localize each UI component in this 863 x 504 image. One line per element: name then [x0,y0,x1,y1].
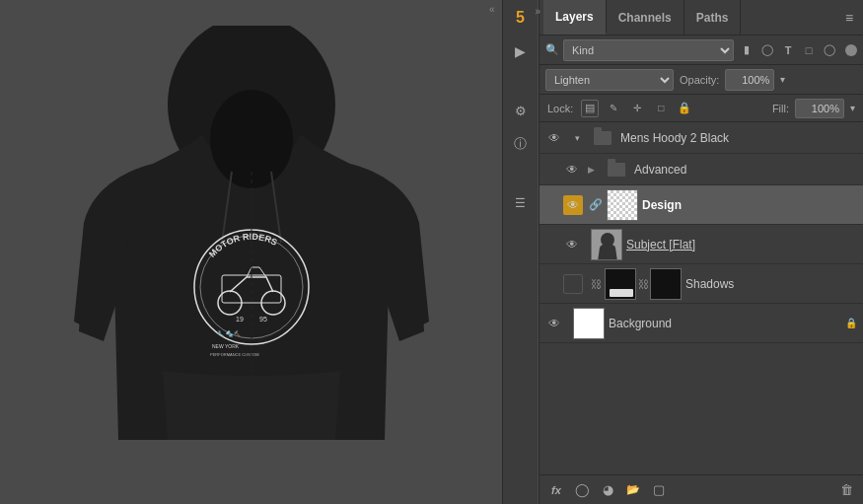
lock-icon-background: 🔒 [845,318,857,328]
layer-row-advanced[interactable]: 👁 ▶ Advanced [539,154,863,185]
tab-paths[interactable]: Paths [684,0,742,35]
lock-artboard-icon[interactable]: □ [652,100,670,117]
visibility-eye-subject[interactable]: 👁 [563,236,581,253]
lock-draw-icon[interactable]: ✎ [605,100,622,117]
tab-channels[interactable]: Channels [607,0,684,35]
search-icon: 🔍 [545,43,559,56]
fill-input[interactable] [795,99,844,118]
panel-tabs: Layers Channels Paths [543,0,839,35]
layers-panel: Layers Channels Paths ≡ 🔍 Kind ▮ ◯ T □ ◯ [539,0,863,504]
visibility-eye-background[interactable]: 👁 [545,315,563,332]
layer-name-subject: Subject [Flat] [626,238,857,252]
panel-bottom-toolbar: fx ◯ ◕ 📂 ▢ 🗑 [539,474,863,504]
lock-all-icon[interactable]: 🔒 [676,100,693,117]
layer-name-advanced: Advanced [634,163,857,177]
visibility-eye-design-active[interactable]: 👁 [563,195,583,215]
side-toolbar: 5 ▶ ⚙ ⓘ ☰ [502,0,538,504]
svg-text:19: 19 [236,316,244,323]
lock-position-icon[interactable]: ▤ [581,100,599,117]
layer-row-subject-flat[interactable]: 👁 Subject [Flat] [539,225,863,264]
kind-filter-select[interactable]: Kind [563,39,734,61]
opacity-dropdown-arrow[interactable]: ▾ [780,74,785,85]
svg-rect-20 [651,269,682,300]
layer-name-background: Background [609,317,841,330]
settings-icon[interactable]: ⚙ [507,97,535,124]
svg-text:NEW YORK: NEW YORK [212,343,240,349]
filter-row: 🔍 Kind ▮ ◯ T □ ◯ [539,36,863,65]
layer-row-design[interactable]: 👁 🔗 Design [539,185,863,225]
layer-row-background[interactable]: 👁 Background 🔒 [539,304,863,343]
tab-layers[interactable]: Layers [543,0,607,35]
expand-arrow-mens-hoody[interactable]: ▾ [571,132,583,144]
chain-icon-shadows: ⛓ [589,277,603,291]
smart-filter-icon[interactable]: ◯ [821,41,838,59]
history-tool-icon[interactable]: 5 [507,4,535,32]
fill-dropdown-arrow[interactable]: ▾ [850,103,855,113]
create-group-button[interactable]: 📂 [622,479,644,501]
collapse-right[interactable]: » [535,4,540,18]
layer-name-shadows: Shadows [685,277,857,291]
opacity-input[interactable] [725,69,774,91]
svg-rect-19 [610,289,633,297]
expand-arrow-advanced[interactable]: ▶ [585,164,597,176]
layers-arrange-icon[interactable]: ☰ [507,189,535,217]
shape-filter-icon[interactable]: □ [800,41,818,59]
thumbnail-shadows-2 [650,268,682,300]
layer-name-design: Design [642,198,857,212]
lock-move-icon[interactable]: ✛ [628,100,646,117]
type-filter-icon[interactable]: T [779,41,797,59]
filter-on-icon[interactable] [845,44,857,56]
visibility-eye-mens-hoody[interactable]: 👁 [545,129,563,147]
opacity-label: Opacity: [680,74,719,86]
chain-icon-shadows-2: ⛓ [636,277,650,291]
collapse-left[interactable]: « [489,4,495,15]
link-icon-design: 🔗 [589,198,603,211]
folder-icon-advanced [607,160,626,180]
layer-row-shadows[interactable]: ⛓ ⛓ Shadows [539,264,863,304]
thumbnail-design [607,189,638,221]
hoodie-preview: MOTOR RIDERS 19 95 🔧 🔩 🔨 NEW YORK PERFOR [25,16,478,489]
visibility-eye-shadows[interactable] [563,274,583,294]
play-icon[interactable]: ▶ [507,37,535,65]
lock-row: Lock: ▤ ✎ ✛ □ 🔒 Fill: ▾ [539,95,863,122]
panel-header: Layers Channels Paths ≡ [539,0,863,36]
svg-text:🔧 🔩 🔨: 🔧 🔩 🔨 [217,330,242,338]
add-mask-button[interactable]: ◯ [571,479,593,501]
thumbnail-shadows-1 [605,268,636,300]
folder-icon-mens-hoody [593,128,612,148]
thumbnail-background [573,308,605,339]
layer-row-mens-hoody[interactable]: 👁 ▾ Mens Hoody 2 Black [539,122,863,154]
blend-mode-row: Lighten Opacity: ▾ [539,65,863,95]
layer-list: 👁 ▾ Mens Hoody 2 Black 👁 ▶ Advanced 👁 [539,122,863,474]
thumbnail-subject [591,229,622,260]
layer-name-mens-hoody: Mens Hoody 2 Black [620,131,857,145]
fill-label: Fill: [772,103,789,114]
info-icon[interactable]: ⓘ [507,130,535,158]
filter-icons: ▮ ◯ T □ ◯ [738,41,857,59]
visibility-eye-advanced[interactable]: 👁 [563,161,581,179]
blend-mode-select[interactable]: Lighten [545,69,674,91]
delete-layer-button[interactable]: 🗑 [835,479,857,501]
new-layer-button[interactable]: ▢ [648,479,670,501]
adjustment-filter-icon[interactable]: ◯ [758,41,776,59]
pixel-filter-icon[interactable]: ▮ [738,41,755,59]
canvas-area: MOTOR RIDERS 19 95 🔧 🔩 🔨 NEW YORK PERFOR [0,0,503,504]
fx-button[interactable]: fx [545,479,567,501]
add-adjustment-button[interactable]: ◕ [597,479,618,501]
lock-label: Lock: [547,103,573,114]
svg-text:95: 95 [259,316,267,323]
panel-menu-button[interactable]: ≡ [839,8,859,28]
